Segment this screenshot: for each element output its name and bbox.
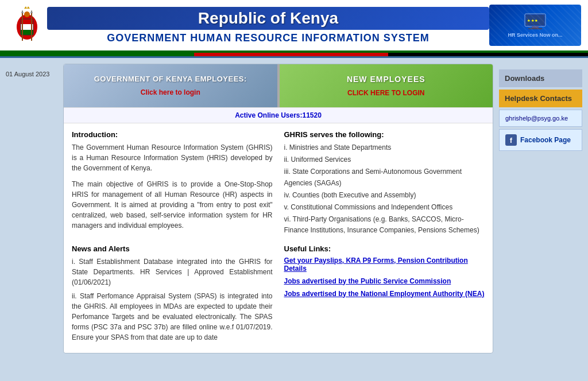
svg-marker-8 (21, 10, 24, 13)
email-link[interactable]: ghrishelp@psyg.go.ke (499, 110, 582, 127)
facebook-icon: f (505, 134, 517, 146)
useful-links-column: Useful Links: Get your Payslips, KRA P9 … (284, 244, 485, 346)
introduction-column: Introduction: The Government Human Resou… (72, 130, 273, 238)
serves-item-1: i. Ministries and State Departments (284, 142, 485, 153)
svg-marker-11 (24, 6, 30, 9)
news-list: i. Staff Establishment Database integrat… (72, 256, 273, 343)
site-title: Republic of Kenya (47, 7, 489, 30)
active-users-count: 11520 (303, 111, 322, 119)
useful-link-1[interactable]: Get your Payslips, KRA P9 Forms, Pension… (284, 256, 485, 273)
govt-login-box[interactable]: Government Of Kenya Employees: Click her… (64, 64, 280, 107)
useful-links-list: Get your Payslips, KRA P9 Forms, Pension… (284, 256, 485, 298)
site-subtitle: GOVERNMENT HUMAN RESOURCE INFORMATION SY… (47, 32, 489, 44)
serves-item-3: iii. State Corporations and Semi-Autonom… (284, 166, 485, 188)
news-section: News and Alerts i. Staff Establishment D… (64, 244, 493, 353)
svg-rect-12 (525, 14, 546, 26)
news-title: News and Alerts (72, 244, 273, 253)
facebook-label: Facebook Page (520, 136, 571, 144)
date-column: 01 August 2023 (6, 64, 57, 353)
ghris-serves-column: GHRIS serves the following: i. Ministrie… (284, 130, 485, 238)
new-login-title: NEW EMPLOYEES (291, 75, 482, 84)
ghris-serves-title: GHRIS serves the following: (284, 130, 485, 139)
login-row: Government Of Kenya Employees: Click her… (64, 64, 493, 107)
active-users-label: Active Online Users: (235, 111, 302, 119)
main-container: 01 August 2023 Government Of Kenya Emplo… (0, 58, 588, 359)
serves-item-2: ii. Uniformed Services (284, 154, 485, 165)
svg-point-10 (24, 11, 30, 17)
facebook-link[interactable]: f Facebook Page (499, 129, 582, 151)
helpdesk-button[interactable]: Helpdesk Contacts (499, 90, 582, 107)
content-area: Introduction: The Government Human Resou… (64, 123, 493, 244)
active-users-bar: Active Online Users:11520 (64, 107, 493, 123)
serves-item-6: vi. Third-Party Organisations (e.g. Bank… (284, 214, 485, 236)
serves-item-5: v. Constitutional Commissions and Indepe… (284, 202, 485, 213)
right-sidebar: Downloads Helpdesk Contacts ghrishelp@ps… (499, 64, 582, 353)
news-column: News and Alerts i. Staff Establishment D… (72, 244, 273, 346)
useful-link-2[interactable]: Jobs advertised by the Public Service Co… (284, 277, 485, 285)
intro-title: Introduction: (72, 130, 273, 139)
useful-links-title: Useful Links: (284, 244, 485, 253)
new-employee-login-box[interactable]: NEW EMPLOYEES CLICK HERE TO LOGIN (280, 64, 493, 107)
ghris-serves-list: i. Ministries and State Departments ii. … (284, 142, 485, 236)
svg-rect-15 (532, 26, 539, 28)
svg-marker-9 (30, 10, 33, 13)
new-login-link[interactable]: CLICK HERE TO LOGIN (347, 89, 424, 97)
intro-para-2: The main objective of GHRIS is to provid… (72, 179, 273, 231)
news-item-2: ii. Staff Perfomance Appraisal System (S… (72, 291, 273, 343)
news-item-1: i. Staff Establishment Database integrat… (72, 256, 273, 287)
govt-login-link[interactable]: Click here to login (141, 88, 200, 96)
hr-services-banner: ★ ★ ★ HR Services Now on... (489, 5, 581, 46)
downloads-button[interactable]: Downloads (499, 69, 582, 87)
coat-of-arms (7, 5, 47, 45)
current-date: 01 August 2023 (6, 71, 49, 77)
useful-link-3[interactable]: Jobs advertised by the National Employme… (284, 290, 485, 298)
svg-rect-13 (526, 15, 544, 25)
intro-para-1: The Government Human Resource Informatio… (72, 142, 273, 173)
svg-text:★ ★ ★: ★ ★ ★ (527, 19, 538, 22)
govt-login-title: Government Of Kenya Employees: (75, 75, 266, 83)
site-header: Republic of Kenya GOVERNMENT HUMAN RESOU… (0, 0, 588, 53)
header-title-block: Republic of Kenya GOVERNMENT HUMAN RESOU… (47, 7, 489, 44)
main-content: Government Of Kenya Employees: Click her… (63, 64, 493, 353)
svg-rect-16 (528, 28, 542, 29)
serves-item-4: iv. Counties (both Executive and Assembl… (284, 190, 485, 201)
